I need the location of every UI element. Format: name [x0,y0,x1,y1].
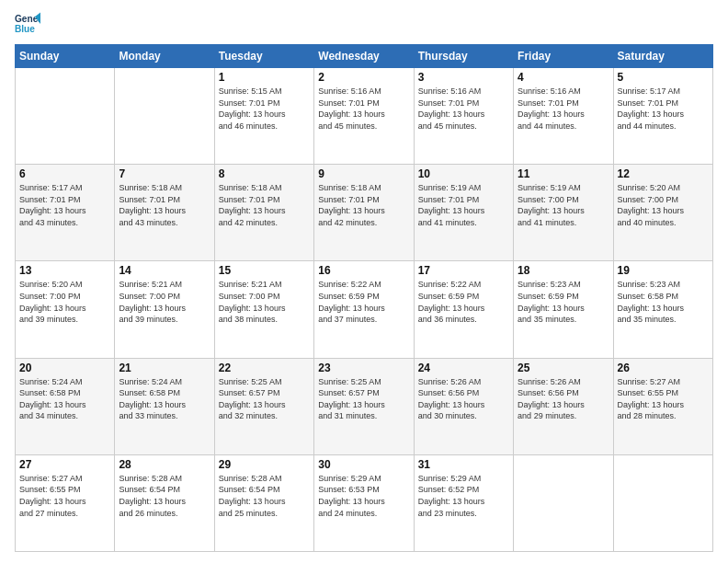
weekday-header-saturday: Saturday [613,45,712,68]
day-cell: 30Sunrise: 5:29 AM Sunset: 6:53 PM Dayli… [314,454,414,551]
day-number: 17 [418,264,509,277]
day-cell: 1Sunrise: 5:15 AM Sunset: 7:01 PM Daylig… [214,68,313,165]
day-number: 13 [19,264,110,277]
day-cell [514,454,613,551]
weekday-header-sunday: Sunday [16,45,115,68]
day-info: Sunrise: 5:18 AM Sunset: 7:01 PM Dayligh… [318,182,409,228]
day-info: Sunrise: 5:27 AM Sunset: 6:55 PM Dayligh… [618,376,709,422]
day-cell: 15Sunrise: 5:21 AM Sunset: 7:00 PM Dayli… [214,261,313,358]
day-number: 7 [119,167,210,180]
day-info: Sunrise: 5:28 AM Sunset: 6:54 PM Dayligh… [119,473,210,519]
day-info: Sunrise: 5:20 AM Sunset: 7:00 PM Dayligh… [19,279,110,325]
day-cell: 17Sunrise: 5:22 AM Sunset: 6:59 PM Dayli… [414,261,513,358]
day-number: 26 [618,362,709,374]
day-info: Sunrise: 5:24 AM Sunset: 6:58 PM Dayligh… [19,376,110,422]
day-cell: 14Sunrise: 5:21 AM Sunset: 7:00 PM Dayli… [115,261,214,358]
day-cell: 31Sunrise: 5:29 AM Sunset: 6:52 PM Dayli… [414,454,513,551]
weekday-header-tuesday: Tuesday [214,45,313,68]
day-cell: 19Sunrise: 5:23 AM Sunset: 6:58 PM Dayli… [613,261,712,358]
day-info: Sunrise: 5:23 AM Sunset: 6:58 PM Dayligh… [618,279,709,325]
day-cell [613,454,712,551]
weekday-header-wednesday: Wednesday [314,45,414,68]
day-cell: 21Sunrise: 5:24 AM Sunset: 6:58 PM Dayli… [115,358,214,454]
day-number: 2 [318,71,409,84]
day-cell: 12Sunrise: 5:20 AM Sunset: 7:00 PM Dayli… [613,165,712,261]
day-info: Sunrise: 5:16 AM Sunset: 7:01 PM Dayligh… [318,86,409,132]
weekday-header-thursday: Thursday [414,45,513,68]
day-number: 11 [518,167,609,180]
day-info: Sunrise: 5:21 AM Sunset: 7:00 PM Dayligh… [219,279,310,325]
day-cell: 2Sunrise: 5:16 AM Sunset: 7:01 PM Daylig… [314,68,414,165]
day-cell: 11Sunrise: 5:19 AM Sunset: 7:00 PM Dayli… [514,165,613,261]
day-info: Sunrise: 5:28 AM Sunset: 6:54 PM Dayligh… [219,473,310,519]
header: General Blue [15,11,713,37]
day-number: 18 [518,264,609,277]
day-number: 30 [318,458,409,471]
week-row-1: 1Sunrise: 5:15 AM Sunset: 7:01 PM Daylig… [16,68,713,165]
day-cell: 20Sunrise: 5:24 AM Sunset: 6:58 PM Dayli… [16,358,115,454]
day-cell: 6Sunrise: 5:17 AM Sunset: 7:01 PM Daylig… [16,165,115,261]
day-cell: 10Sunrise: 5:19 AM Sunset: 7:01 PM Dayli… [414,165,513,261]
day-info: Sunrise: 5:29 AM Sunset: 6:53 PM Dayligh… [318,473,409,519]
day-cell: 26Sunrise: 5:27 AM Sunset: 6:55 PM Dayli… [613,358,712,454]
day-number: 1 [219,71,310,84]
day-cell: 3Sunrise: 5:16 AM Sunset: 7:01 PM Daylig… [414,68,513,165]
day-number: 8 [219,167,310,180]
day-number: 16 [318,264,409,277]
day-cell: 23Sunrise: 5:25 AM Sunset: 6:57 PM Dayli… [314,358,414,454]
day-info: Sunrise: 5:20 AM Sunset: 7:00 PM Dayligh… [618,182,709,228]
calendar-table: SundayMondayTuesdayWednesdayThursdayFrid… [15,44,713,552]
day-number: 12 [618,167,709,180]
day-info: Sunrise: 5:16 AM Sunset: 7:01 PM Dayligh… [418,86,509,132]
day-info: Sunrise: 5:19 AM Sunset: 7:01 PM Dayligh… [418,182,509,228]
day-cell: 27Sunrise: 5:27 AM Sunset: 6:55 PM Dayli… [16,454,115,551]
day-number: 10 [418,167,509,180]
day-cell: 29Sunrise: 5:28 AM Sunset: 6:54 PM Dayli… [214,454,313,551]
day-info: Sunrise: 5:24 AM Sunset: 6:58 PM Dayligh… [119,376,210,422]
day-number: 27 [19,458,110,471]
day-cell [16,68,115,165]
day-info: Sunrise: 5:22 AM Sunset: 6:59 PM Dayligh… [318,279,409,325]
day-number: 21 [119,362,210,374]
day-cell: 24Sunrise: 5:26 AM Sunset: 6:56 PM Dayli… [414,358,513,454]
day-cell: 25Sunrise: 5:26 AM Sunset: 6:56 PM Dayli… [514,358,613,454]
week-row-2: 6Sunrise: 5:17 AM Sunset: 7:01 PM Daylig… [16,165,713,261]
page: General Blue SundayMondayTuesdayWednesda… [0,0,728,563]
weekday-header-row: SundayMondayTuesdayWednesdayThursdayFrid… [16,45,713,68]
day-info: Sunrise: 5:25 AM Sunset: 6:57 PM Dayligh… [219,376,310,422]
day-cell: 4Sunrise: 5:16 AM Sunset: 7:01 PM Daylig… [514,68,613,165]
day-number: 23 [318,362,409,374]
day-cell: 7Sunrise: 5:18 AM Sunset: 7:01 PM Daylig… [115,165,214,261]
day-info: Sunrise: 5:25 AM Sunset: 6:57 PM Dayligh… [318,376,409,422]
day-number: 14 [119,264,210,277]
logo: General Blue [15,11,44,37]
svg-text:Blue: Blue [15,24,35,34]
day-cell [115,68,214,165]
day-info: Sunrise: 5:29 AM Sunset: 6:52 PM Dayligh… [418,473,509,519]
day-number: 20 [19,362,110,374]
day-info: Sunrise: 5:15 AM Sunset: 7:01 PM Dayligh… [219,86,310,132]
day-info: Sunrise: 5:18 AM Sunset: 7:01 PM Dayligh… [119,182,210,228]
day-number: 15 [219,264,310,277]
day-cell: 16Sunrise: 5:22 AM Sunset: 6:59 PM Dayli… [314,261,414,358]
day-cell: 28Sunrise: 5:28 AM Sunset: 6:54 PM Dayli… [115,454,214,551]
day-number: 6 [19,167,110,180]
day-cell: 5Sunrise: 5:17 AM Sunset: 7:01 PM Daylig… [613,68,712,165]
day-cell: 13Sunrise: 5:20 AM Sunset: 7:00 PM Dayli… [16,261,115,358]
day-info: Sunrise: 5:18 AM Sunset: 7:01 PM Dayligh… [219,182,310,228]
day-info: Sunrise: 5:27 AM Sunset: 6:55 PM Dayligh… [19,473,110,519]
day-info: Sunrise: 5:22 AM Sunset: 6:59 PM Dayligh… [418,279,509,325]
day-info: Sunrise: 5:26 AM Sunset: 6:56 PM Dayligh… [418,376,509,422]
logo-icon: General Blue [15,11,40,37]
day-number: 9 [318,167,409,180]
day-number: 3 [418,71,509,84]
week-row-4: 20Sunrise: 5:24 AM Sunset: 6:58 PM Dayli… [16,358,713,454]
week-row-3: 13Sunrise: 5:20 AM Sunset: 7:00 PM Dayli… [16,261,713,358]
day-info: Sunrise: 5:17 AM Sunset: 7:01 PM Dayligh… [19,182,110,228]
day-info: Sunrise: 5:23 AM Sunset: 6:59 PM Dayligh… [518,279,609,325]
weekday-header-friday: Friday [514,45,613,68]
day-number: 31 [418,458,509,471]
day-cell: 8Sunrise: 5:18 AM Sunset: 7:01 PM Daylig… [214,165,313,261]
day-number: 22 [219,362,310,374]
day-info: Sunrise: 5:17 AM Sunset: 7:01 PM Dayligh… [618,86,709,132]
